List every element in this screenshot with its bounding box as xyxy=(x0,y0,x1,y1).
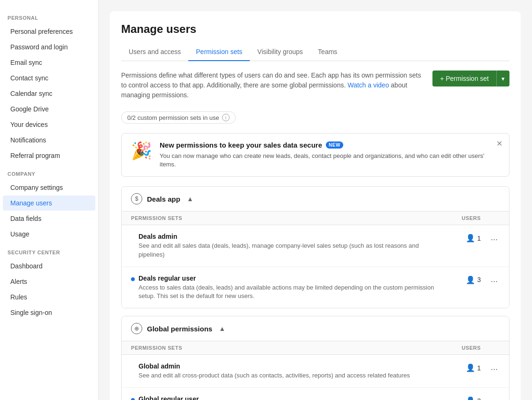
sections-container: $ Deals app ▲ PERMISSION SETS USERS Deal… xyxy=(121,186,509,400)
add-permission-set-button[interactable]: + Permission set xyxy=(432,71,496,86)
sidebar-item-referral-program[interactable]: Referral program xyxy=(3,148,95,163)
perm-desc-deals-admin: See and edit all sales data (deals, lead… xyxy=(139,242,443,259)
perm-users-global-regular: 👤 3 xyxy=(443,395,481,400)
add-permission-btn-group: + Permission set ▾ xyxy=(432,71,509,86)
perm-desc-global-admin: See and edit all cross-product data (suc… xyxy=(139,371,443,380)
section-global-permissions: ⊕ Global permissions ▲ PERMISSION SETS U… xyxy=(121,316,509,400)
section-header-global-permissions[interactable]: ⊕ Global permissions ▲ xyxy=(122,316,509,341)
perm-row-deals-admin: Deals admin See and edit all sales data … xyxy=(122,225,509,267)
add-permission-set-dropdown-button[interactable]: ▾ xyxy=(496,71,509,86)
watch-video-link[interactable]: Watch a video xyxy=(347,81,389,89)
col-users-label: USERS xyxy=(443,215,481,221)
user-icon-global-admin: 👤 xyxy=(466,363,475,372)
sidebar-item-your-devices[interactable]: Your devices xyxy=(3,117,95,132)
banner-close-button[interactable]: ✕ xyxy=(496,139,502,148)
col-sets-label: PERMISSION SETS xyxy=(131,215,443,221)
chevron-icon-global-permissions: ▲ xyxy=(219,325,225,332)
page-card: Manage users Users and accessPermission … xyxy=(110,11,521,400)
banner-text: You can now manage who can create new le… xyxy=(160,152,500,169)
perm-info-deals-regular: Deals regular user Access to sales data … xyxy=(139,275,443,300)
tab-permission-sets[interactable]: Permission sets xyxy=(188,43,250,61)
section-icon-deals-app: $ xyxy=(131,193,142,204)
col-sets-label: PERMISSION SETS xyxy=(131,345,443,351)
tab-teams[interactable]: Teams xyxy=(310,43,345,61)
sidebar-item-dashboard[interactable]: Dashboard xyxy=(3,259,95,274)
banner-icon: 🎉 xyxy=(131,141,152,161)
sidebar-item-contact-sync[interactable]: Contact sync xyxy=(3,71,95,86)
sidebar-item-rules[interactable]: Rules xyxy=(3,290,95,305)
sidebar-item-alerts[interactable]: Alerts xyxy=(3,274,95,289)
perm-info-global-regular: Global regular user Access to cross-prod… xyxy=(139,395,443,400)
tab-visibility-groups[interactable]: Visibility groups xyxy=(250,43,310,61)
page-description: Permissions define what different types … xyxy=(121,71,421,100)
perm-info-deals-admin: Deals admin See and edit all sales data … xyxy=(139,233,443,259)
users-count-global-regular: 3 xyxy=(477,397,481,400)
perm-users-deals-regular: 👤 3 xyxy=(443,275,481,284)
sidebar-item-company-settings[interactable]: Company settings xyxy=(3,180,95,195)
more-options-deals-regular[interactable]: ··· xyxy=(489,275,500,287)
sidebar-item-calendar-sync[interactable]: Calendar sync xyxy=(3,86,95,101)
info-icon[interactable]: i xyxy=(222,114,230,121)
chevron-icon-deals-app: ▲ xyxy=(187,195,193,203)
banner-content: New permissions to keep your sales data … xyxy=(160,141,500,169)
users-count-global-admin: 1 xyxy=(477,364,481,372)
personal-section-label: PERSONAL xyxy=(0,8,98,24)
sidebar-item-notifications[interactable]: Notifications xyxy=(3,133,95,148)
default-dot-global-regular xyxy=(131,398,135,400)
default-dot-deals-regular xyxy=(131,277,135,281)
main-content: Manage users Users and accessPermission … xyxy=(99,0,532,400)
more-options-global-admin[interactable]: ··· xyxy=(489,363,500,375)
section-title-global-permissions: Global permissions xyxy=(147,325,212,333)
sidebar-item-google-drive[interactable]: Google Drive xyxy=(3,102,95,117)
perm-name-deals-regular: Deals regular user xyxy=(139,275,443,282)
perm-users-global-admin: 👤 1 xyxy=(443,362,481,372)
page-title: Manage users xyxy=(121,23,509,36)
sidebar-item-data-fields[interactable]: Data fields xyxy=(3,211,95,226)
table-header-deals-app: PERMISSION SETS USERS xyxy=(122,211,509,225)
sidebar: PERSONAL Personal preferencesPassword an… xyxy=(0,0,99,400)
custom-sets-badge: 0/2 custom permission sets in use i xyxy=(121,111,236,124)
perm-actions-global-admin: ··· xyxy=(481,362,500,375)
more-options-deals-admin[interactable]: ··· xyxy=(489,234,500,245)
user-icon-deals-admin: 👤 xyxy=(466,234,475,243)
perm-name-global-regular: Global regular user xyxy=(139,395,443,400)
perm-actions-deals-regular: ··· xyxy=(481,275,500,287)
new-permissions-banner: 🎉 New permissions to keep your sales dat… xyxy=(121,133,509,177)
banner-title: New permissions to keep your sales data … xyxy=(160,141,500,149)
section-title-deals-app: Deals app xyxy=(147,195,180,203)
tabs-bar: Users and accessPermission setsVisibilit… xyxy=(121,43,509,61)
users-count-deals-regular: 3 xyxy=(477,276,481,283)
table-header-global-permissions: PERMISSION SETS USERS xyxy=(122,341,509,355)
sidebar-item-usage[interactable]: Usage xyxy=(3,227,95,242)
section-header-deals-app[interactable]: $ Deals app ▲ xyxy=(122,187,509,211)
perm-actions-deals-admin: ··· xyxy=(481,233,500,245)
sidebar-item-personal-preferences[interactable]: Personal preferences xyxy=(3,24,95,39)
user-icon-global-regular: 👤 xyxy=(466,396,475,400)
sidebar-item-email-sync[interactable]: Email sync xyxy=(3,55,95,70)
security-section-label: SECURITY CENTER xyxy=(0,242,98,258)
perm-row-global-admin: Global admin See and edit all cross-prod… xyxy=(122,355,509,388)
sidebar-item-single-sign-on[interactable]: Single sign-on xyxy=(3,305,95,320)
perm-row-global-regular: Global regular user Access to cross-prod… xyxy=(122,388,509,400)
perm-name-global-admin: Global admin xyxy=(139,362,443,370)
section-deals-app: $ Deals app ▲ PERMISSION SETS USERS Deal… xyxy=(121,186,509,308)
perm-row-deals-regular: Deals regular user Access to sales data … xyxy=(122,267,509,308)
more-options-global-regular[interactable]: ··· xyxy=(489,396,500,400)
new-badge: NEW xyxy=(326,141,343,149)
sidebar-item-manage-users[interactable]: Manage users xyxy=(3,196,95,211)
col-users-label: USERS xyxy=(443,345,481,351)
top-row: Permissions define what different types … xyxy=(121,71,509,106)
user-icon-deals-regular: 👤 xyxy=(466,275,475,284)
company-section-label: COMPANY xyxy=(0,164,98,180)
perm-actions-global-regular: ··· xyxy=(481,395,500,400)
users-count-deals-admin: 1 xyxy=(477,235,481,242)
perm-desc-deals-regular: Access to sales data (deals, leads) and … xyxy=(139,283,443,300)
perm-name-deals-admin: Deals admin xyxy=(139,233,443,240)
sidebar-item-password-login[interactable]: Password and login xyxy=(3,39,95,55)
perm-info-global-admin: Global admin See and edit all cross-prod… xyxy=(139,362,443,380)
tab-users-access[interactable]: Users and access xyxy=(121,43,188,61)
section-icon-global-permissions: ⊕ xyxy=(131,323,142,334)
perm-users-deals-admin: 👤 1 xyxy=(443,233,481,243)
